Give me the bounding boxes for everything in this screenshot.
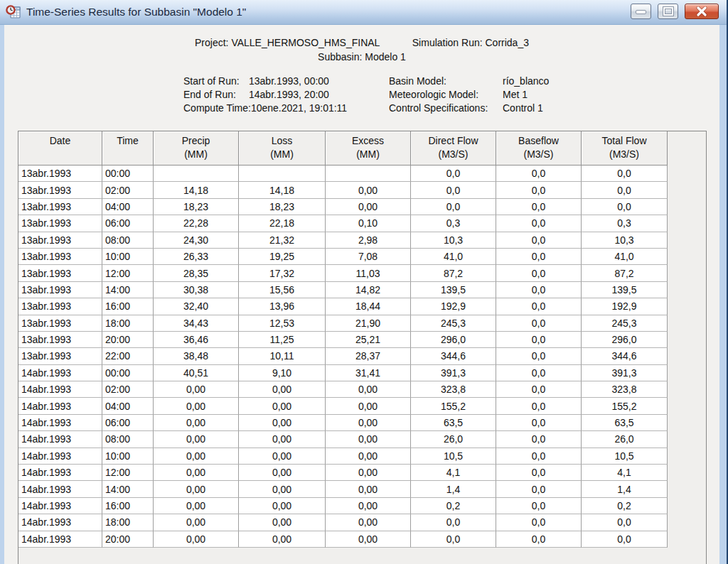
results-table-body: 13abr.199300:000,00,00,013abr.199302:001… bbox=[18, 166, 668, 548]
minimize-button[interactable] bbox=[631, 4, 651, 19]
table-cell: 20:00 bbox=[102, 332, 154, 348]
table-cell: 13abr.1993 bbox=[18, 215, 102, 232]
table-cell: 0,00 bbox=[154, 415, 239, 431]
table-cell: 19,25 bbox=[239, 249, 326, 265]
table-cell: 0,10 bbox=[326, 215, 411, 232]
table-cell: 0,00 bbox=[239, 465, 326, 481]
project-value: VALLE_HERMOSO_HMS_FINAL bbox=[231, 37, 380, 48]
table-cell: 04:00 bbox=[102, 398, 154, 414]
project-line: Project: VALLE_HERMOSO_HMS_FINAL Simulat… bbox=[4, 37, 719, 48]
table-cell: 0,00 bbox=[239, 431, 326, 448]
title-bar[interactable]: Time-Series Results for Subbasin "Modelo… bbox=[0, 0, 728, 25]
table-cell: 245,3 bbox=[582, 315, 668, 332]
table-cell: 1,4 bbox=[582, 481, 668, 497]
close-button[interactable] bbox=[685, 4, 719, 19]
table-cell: 10,3 bbox=[411, 232, 496, 249]
table-cell: 40,51 bbox=[154, 365, 239, 381]
table-row: 13abr.199318:0034,4312,5321,90245,30,024… bbox=[18, 315, 668, 332]
table-cell: 06:00 bbox=[102, 415, 154, 431]
table-cell: 41,0 bbox=[582, 249, 668, 265]
table-cell: 13,96 bbox=[239, 298, 326, 315]
table-cell: 18:00 bbox=[102, 315, 154, 332]
table-cell: 11,03 bbox=[326, 265, 411, 281]
column-header-total-flow: Total Flow(M3/S) bbox=[582, 131, 668, 166]
table-cell: 0,00 bbox=[326, 498, 411, 514]
table-cell: 0,0 bbox=[496, 166, 582, 182]
table-cell: 14abr.1993 bbox=[18, 431, 102, 448]
basin-model-row: Basin Model: río_blanco bbox=[389, 75, 549, 88]
table-row: 14abr.199300:0040,519,1031,41391,30,0391… bbox=[18, 365, 668, 381]
table-cell: 10,11 bbox=[239, 348, 326, 364]
table-cell: 0,0 bbox=[582, 166, 668, 182]
table-cell: 00:00 bbox=[102, 166, 154, 182]
table-row: 14abr.199310:000,000,000,0010,50,010,5 bbox=[18, 448, 668, 465]
table-cell: 296,0 bbox=[582, 332, 668, 348]
table-cell: 0,0 bbox=[411, 166, 496, 182]
table-header-row: DateTimePrecip(MM)Loss(MM)Excess(MM)Dire… bbox=[18, 131, 668, 166]
table-cell: 0,00 bbox=[154, 431, 239, 448]
table-cell: 0,00 bbox=[154, 498, 239, 514]
table-cell: 9,10 bbox=[239, 365, 326, 381]
table-cell: 22:00 bbox=[102, 348, 154, 364]
table-cell: 14abr.1993 bbox=[18, 498, 102, 514]
project-label: Project: bbox=[195, 37, 228, 48]
table-cell: 296,0 bbox=[411, 332, 496, 348]
table-cell: 18,23 bbox=[154, 199, 239, 215]
table-row: 13abr.199322:0038,4810,1128,37344,60,034… bbox=[18, 348, 668, 364]
table-cell: 13abr.1993 bbox=[18, 182, 102, 198]
table-cell: 0,00 bbox=[154, 398, 239, 414]
table-row: 13abr.199320:0036,4611,2525,21296,00,029… bbox=[18, 332, 668, 348]
run-info-right: Basin Model: río_blanco Meteorologic Mod… bbox=[389, 75, 549, 115]
table-cell: 344,6 bbox=[582, 348, 668, 364]
table-cell: 0,00 bbox=[326, 448, 411, 465]
table-cell: 13abr.1993 bbox=[18, 265, 102, 281]
table-cell: 0,0 bbox=[496, 381, 582, 398]
close-icon bbox=[696, 6, 707, 16]
table-cell: 0,0 bbox=[496, 232, 582, 249]
window-controls bbox=[631, 4, 719, 19]
table-cell: 02:00 bbox=[102, 381, 154, 398]
table-cell: 391,3 bbox=[582, 365, 668, 381]
table-cell: 18,44 bbox=[326, 298, 411, 315]
table-cell: 344,6 bbox=[411, 348, 496, 364]
table-cell: 0,00 bbox=[326, 199, 411, 215]
table-cell: 63,5 bbox=[411, 415, 496, 431]
table-cell: 12:00 bbox=[102, 265, 154, 281]
table-cell: 28,37 bbox=[326, 348, 411, 364]
table-cell: 0,0 bbox=[496, 298, 582, 315]
table-cell: 14,82 bbox=[326, 282, 411, 298]
table-cell: 14:00 bbox=[102, 282, 154, 298]
table-cell: 0,0 bbox=[582, 199, 668, 215]
table-cell: 14abr.1993 bbox=[18, 514, 102, 531]
table-row: 13abr.199306:0022,2822,180,100,30,00,3 bbox=[18, 215, 668, 232]
table-cell: 14abr.1993 bbox=[18, 398, 102, 414]
results-table-scrollpane[interactable]: DateTimePrecip(MM)Loss(MM)Excess(MM)Dire… bbox=[18, 131, 707, 564]
table-row: 14abr.199318:000,000,000,000,00,00,0 bbox=[18, 514, 668, 531]
table-cell: 0,0 bbox=[496, 199, 582, 215]
table-cell: 26,0 bbox=[411, 431, 496, 448]
table-cell: 2,98 bbox=[326, 232, 411, 249]
table-cell: 0,0 bbox=[496, 465, 582, 481]
table-cell: 12,53 bbox=[239, 315, 326, 332]
table-row: 14abr.199320:000,000,000,000,00,00,0 bbox=[18, 531, 668, 548]
table-cell: 14:00 bbox=[102, 481, 154, 497]
table-cell: 0,00 bbox=[239, 531, 326, 548]
table-cell: 22,18 bbox=[239, 215, 326, 232]
meteorologic-model-label: Meteorologic Model: bbox=[389, 88, 503, 102]
table-cell: 21,90 bbox=[326, 315, 411, 332]
subbasin-label: Subbasin: bbox=[318, 51, 362, 63]
table-cell: 31,41 bbox=[326, 365, 411, 381]
table-cell: 0,0 bbox=[496, 249, 582, 265]
meteorologic-model-value: Met 1 bbox=[503, 88, 528, 102]
maximize-button[interactable] bbox=[658, 4, 678, 19]
table-cell: 0,0 bbox=[411, 182, 496, 198]
table-cell: 0,0 bbox=[582, 182, 668, 198]
table-cell: 41,0 bbox=[411, 249, 496, 265]
table-cell: 0,0 bbox=[496, 448, 582, 465]
subbasin-line: Subbasin: Modelo 1 bbox=[4, 51, 719, 63]
table-cell: 4,1 bbox=[582, 465, 668, 481]
table-row: 14abr.199316:000,000,000,000,20,00,2 bbox=[18, 498, 668, 514]
table-cell: 0,0 bbox=[496, 481, 582, 497]
table-cell: 0,0 bbox=[496, 415, 582, 431]
table-cell: 28,35 bbox=[154, 265, 239, 281]
